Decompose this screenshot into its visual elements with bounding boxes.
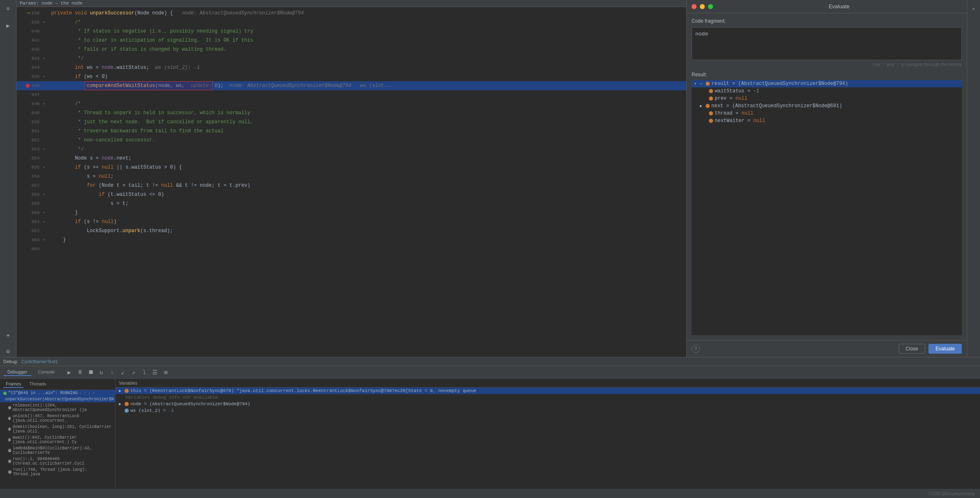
frame-item-5[interactable]: await():842, CyclicBarrier (java.util.co… xyxy=(0,435,115,445)
fold-654[interactable] xyxy=(41,154,47,163)
frame-item-3[interactable]: unlock():457, ReentrantLock (java.util.c… xyxy=(0,413,115,424)
frame-item-0[interactable]: "t2"@649 in ...ain": RUNNING ↓ ↑ ↓ ↑ xyxy=(0,390,115,396)
fold-656[interactable] xyxy=(41,172,47,181)
fold-655[interactable]: ▾ xyxy=(41,163,47,172)
result-item-nextwaiter[interactable]: nextWaiter = null xyxy=(692,117,962,124)
result-item-waitstatus[interactable]: waitStatus = -1 xyxy=(692,87,962,95)
var-item-debug-info: Variables debug info not available xyxy=(116,394,980,401)
result-expand-next[interactable]: ▶ xyxy=(700,103,706,108)
fold-662[interactable] xyxy=(41,226,47,235)
debug-panel: Debug: CyclicBarrierTest1 Debugger Conso… xyxy=(0,357,980,489)
fold-661[interactable]: ▾ xyxy=(41,217,47,226)
step-into-btn[interactable]: ↙ xyxy=(118,368,128,377)
fold-664[interactable] xyxy=(41,244,47,254)
fold-660[interactable]: ▾ xyxy=(41,208,47,217)
result-expand-root[interactable]: ▾ xyxy=(694,81,700,86)
fold-638[interactable] xyxy=(41,9,47,18)
frame-item-7[interactable]: run():-1, 984840465 (thread.uc.cyclicbar… xyxy=(0,456,115,467)
toolkit-icon[interactable]: ⚙ xyxy=(2,345,14,357)
result-item-next[interactable]: ▶ next = (AbstractQueuedSynchronizer$Nod… xyxy=(692,102,962,110)
rerun-btn[interactable]: ↻ xyxy=(97,368,106,377)
fold-649[interactable] xyxy=(41,108,47,117)
var-dot-ws xyxy=(125,409,129,413)
fold-640[interactable] xyxy=(41,27,47,36)
evaluate-panel: Evaluate Code fragment: node Use '↑' and… xyxy=(686,0,967,357)
debug-toolbar: Debugger Console ▶ ⏸ ⏹ ↻ ↓ ↙ ↗ ⤵ ☰ ⊞ xyxy=(0,366,980,379)
traffic-light-yellow[interactable] xyxy=(700,4,705,9)
fold-663[interactable]: ▾ xyxy=(41,235,47,244)
line-content-658: if (t.waitStatus <= 0) xyxy=(50,190,686,199)
code-line-638: → 638 private void unparkSuccessor(Node … xyxy=(17,9,686,18)
fold-652[interactable] xyxy=(41,136,47,145)
result-item-prev[interactable]: prev = null xyxy=(692,95,962,102)
result-item-thread[interactable]: thread = null xyxy=(692,110,962,117)
fold-653[interactable]: ▾ xyxy=(41,145,47,154)
fold-657[interactable] xyxy=(41,181,47,190)
fold-643[interactable]: ▾ xyxy=(41,54,47,63)
frame-item-2[interactable]: release(int):1264, AbstractQueuedSynchro… xyxy=(0,402,115,413)
indicator-3 xyxy=(8,417,11,420)
var-expand-this[interactable]: ▶ xyxy=(119,388,125,393)
frame-item-6[interactable]: lambda$main$0(CyclicBarrier):42, CyclicB… xyxy=(0,445,115,456)
var-item-ws[interactable]: ws (slot_2) = -1 xyxy=(116,407,980,414)
console-tab[interactable]: Console xyxy=(34,369,59,376)
run-to-cursor-btn[interactable]: ⤵ xyxy=(140,368,149,377)
eval-input[interactable]: node xyxy=(692,27,962,60)
debugger-tab[interactable]: Debugger xyxy=(3,369,31,376)
traffic-light-green[interactable] xyxy=(708,4,713,9)
result-item-root[interactable]: ▾ ∞ result = (AbstractQueuedSynchronizer… xyxy=(692,80,962,87)
fold-641[interactable] xyxy=(41,36,47,45)
sidebar-icon-1[interactable]: ▶ xyxy=(2,20,14,31)
frame-item-1[interactable]: unparkSuccessor(AbstractQueuedSynchroniz… xyxy=(0,396,115,402)
close-button[interactable]: Close xyxy=(899,344,926,354)
result-dot-next xyxy=(706,104,710,108)
frame-item-4[interactable]: doWait(boolean, long):261, CyclicBarrier… xyxy=(0,424,115,435)
step-out-btn[interactable]: ↗ xyxy=(129,368,138,377)
fold-658[interactable]: ▾ xyxy=(41,190,47,199)
fold-651[interactable] xyxy=(41,127,47,136)
gutter-647: 647 xyxy=(17,90,50,99)
var-item-node[interactable]: ▶ node = (AbstractQueuedSynchronizer$Nod… xyxy=(116,401,980,407)
resume-btn[interactable]: ▶ xyxy=(65,368,74,377)
stop-btn[interactable]: ⏹ xyxy=(86,368,95,377)
frame-item-8[interactable]: run():748, Thread (java.lang). Thread.ja… xyxy=(0,467,115,477)
fold-642[interactable] xyxy=(41,45,47,54)
var-item-this[interactable]: ▶ this = (ReentrantLock$NonfairSync@678)… xyxy=(116,388,980,394)
fold-646[interactable] xyxy=(41,81,47,90)
frames-tab[interactable]: Frames xyxy=(3,381,24,388)
code-line-664: 664 xyxy=(17,244,686,254)
fold-648[interactable]: ▾ xyxy=(41,99,47,108)
code-editor: Params: node – the node → 638 private vo… xyxy=(17,0,686,357)
help-button[interactable]: ? xyxy=(692,345,700,353)
traffic-light-red[interactable] xyxy=(692,4,697,9)
line-content-657: for (Node t = tail; t != null && t != no… xyxy=(50,181,686,190)
fold-647[interactable] xyxy=(41,90,47,99)
evaluate-button[interactable]: Evaluate xyxy=(928,344,962,354)
threads-tab[interactable]: Threads xyxy=(27,381,48,388)
step-over-btn[interactable]: ↓ xyxy=(108,368,117,377)
frame-nav-icons: ↓ ↑ ↓ ↑ xyxy=(79,391,95,395)
fold-645[interactable]: ▾ xyxy=(41,72,47,81)
debug-session[interactable]: CyclicBarrierTest1 xyxy=(21,359,58,364)
code-line-656: 656 s = null; xyxy=(17,172,686,181)
code-line-642: 642 * fails or if status is changed by w… xyxy=(17,45,686,54)
fold-659[interactable] xyxy=(41,199,47,208)
gutter-643: 643 ▾ xyxy=(17,54,50,63)
settings-btn[interactable]: ⊞ xyxy=(161,368,170,377)
favorites-icon[interactable]: ★ xyxy=(2,329,14,341)
line-content-652: * non-cancelled successor. xyxy=(50,136,686,145)
structure-icon[interactable]: ≡ xyxy=(2,3,14,15)
line-content-663: } xyxy=(50,235,686,244)
right-icon-1[interactable]: ≡ xyxy=(968,3,980,15)
fold-650[interactable] xyxy=(41,117,47,127)
fold-644[interactable] xyxy=(41,63,47,72)
tooltip-text: Params: node – the node xyxy=(20,1,83,6)
left-sidebar: ≡ ▶ ★ ⚙ xyxy=(0,0,17,357)
frames-column: Frames Threads "t2"@649 in ...ain": RUNN… xyxy=(0,379,116,489)
pause-btn[interactable]: ⏸ xyxy=(76,368,85,377)
code-line-663: 663 ▾ } xyxy=(17,235,686,244)
code-line-646: 646 compareAndSetWaitStatus(node, ws, up… xyxy=(17,81,686,90)
var-expand-node[interactable]: ▶ xyxy=(119,402,125,406)
fold-639[interactable]: ▾ xyxy=(41,18,47,27)
frames-view-btn[interactable]: ☰ xyxy=(151,368,160,377)
